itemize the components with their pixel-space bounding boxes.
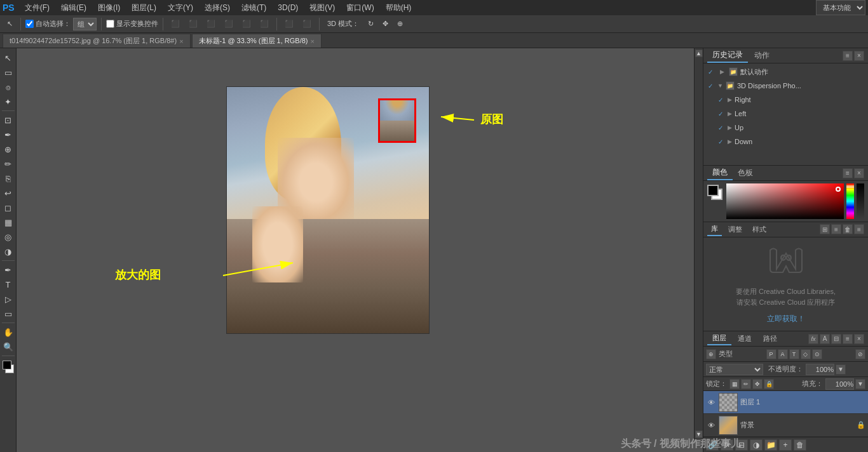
filter-pixel-btn[interactable]: P [766, 349, 776, 359]
magic-wand-tool[interactable]: ✦ [1, 95, 15, 109]
align-top-btn[interactable]: ⬛ [221, 17, 236, 31]
zoom-tool[interactable]: 🔍 [1, 340, 15, 354]
library-tab[interactable]: 库 [707, 223, 722, 236]
clone-tool[interactable]: ⎘ [1, 171, 15, 185]
foreground-color-preview[interactable] [707, 185, 719, 196]
adjustments-tab[interactable]: 调整 [724, 223, 746, 236]
filter-smart-btn[interactable]: ⊙ [812, 349, 822, 359]
color-gradient-picker[interactable] [726, 183, 844, 219]
blend-mode-select[interactable]: 正常 [706, 364, 763, 375]
layer-fx-btn[interactable]: fx [721, 439, 733, 451]
layer-link-btn[interactable]: 🔗 [706, 439, 719, 451]
lasso-tool[interactable]: ⌾ [1, 80, 15, 94]
lock-position-btn[interactable]: ✥ [752, 379, 763, 389]
layer-bg-eye[interactable]: 👁 [706, 420, 716, 430]
history-item-0[interactable]: ✓ ▶ 📁 默认动作 [703, 65, 868, 79]
align-right-btn[interactable]: ⬛ [203, 17, 219, 31]
panel-close-btn[interactable]: × [854, 51, 864, 61]
filter-toggle-btn[interactable]: ⊘ [855, 349, 865, 359]
path-tool[interactable]: ▷ [1, 292, 15, 306]
fx-btn[interactable]: fx [808, 334, 818, 344]
layer-item-bg[interactable]: 👁 背景 🔒 [703, 414, 868, 437]
layer-group-btn[interactable]: 📁 [764, 439, 777, 451]
dodge-tool[interactable]: ◑ [1, 244, 15, 258]
3d-zoom-btn[interactable]: ⊕ [394, 17, 406, 31]
mask-btn[interactable]: ⊟ [831, 334, 841, 344]
menu-layer[interactable]: 图层(L) [126, 1, 161, 15]
crop-tool[interactable]: ⊡ [1, 113, 15, 127]
history-item-5[interactable]: ✓ ▶ Down [703, 135, 868, 149]
layer-menu-btn[interactable]: ≡ [843, 334, 853, 344]
layer-adjust-btn[interactable]: ◑ [750, 439, 763, 451]
history-item-2[interactable]: ✓ ▶ Right [703, 93, 868, 107]
menu-text[interactable]: 文字(Y) [163, 1, 198, 15]
foreground-color-swatch[interactable] [3, 361, 11, 369]
paths-tab[interactable]: 路径 [758, 333, 782, 345]
channels-tab[interactable]: 通道 [733, 333, 757, 345]
history-item-3[interactable]: ✓ ▶ Left [703, 107, 868, 121]
menu-view[interactable]: 视图(V) [304, 1, 340, 15]
opacity-input[interactable] [806, 364, 834, 375]
lib-delete-btn[interactable]: 🗑 [843, 224, 853, 234]
brush-tool[interactable]: ✏ [1, 157, 15, 171]
fill-input[interactable] [825, 378, 854, 390]
layers-close-btn[interactable]: × [854, 334, 864, 344]
distribute-h-btn[interactable]: ⬛ [281, 17, 297, 31]
layer-delete-btn[interactable]: 🗑 [794, 439, 806, 451]
color-panel-menu-btn[interactable]: ≡ [843, 168, 853, 178]
menu-select[interactable]: 选择(S) [200, 1, 235, 15]
3d-pan-btn[interactable]: ✥ [379, 17, 391, 31]
marquee-tool[interactable]: ▭ [1, 65, 15, 79]
lock-all-btn[interactable]: 🔒 [764, 379, 774, 389]
filter-shape-btn[interactable]: ◇ [801, 349, 811, 359]
menu-window[interactable]: 窗口(W) [341, 1, 379, 15]
filter-type-btn[interactable]: T [789, 349, 799, 359]
styles-tab[interactable]: 样式 [749, 223, 770, 236]
show-transform-checkbox[interactable] [106, 20, 114, 28]
history-expand-4[interactable]: ▶ [728, 124, 732, 131]
auto-select-checkbox[interactable] [25, 20, 34, 28]
align-left-btn[interactable]: ⬛ [168, 17, 183, 31]
layer-item-1[interactable]: 👁 图层 1 [703, 391, 868, 414]
distribute-v-btn[interactable]: ⬛ [299, 17, 315, 31]
color-tab[interactable]: 颜色 [707, 166, 733, 180]
layers-tab[interactable]: 图层 [707, 332, 731, 345]
lib-menu-btn[interactable]: ≡ [854, 224, 864, 234]
layer-mask-btn[interactable]: ⊟ [735, 439, 748, 451]
list-view-btn[interactable]: ≡ [831, 224, 841, 234]
3d-mode-btn[interactable]: 3D 模式： [324, 17, 362, 31]
hand-tool[interactable]: ✋ [1, 325, 15, 339]
3d-rotate-btn[interactable]: ↻ [365, 17, 377, 31]
color-alpha-bar[interactable] [857, 183, 864, 219]
history-expand-5[interactable]: ▶ [728, 138, 732, 145]
workspace-select[interactable]: 基本功能 [816, 0, 865, 15]
blur-tool[interactable]: ◎ [1, 230, 15, 244]
scroll-down-btn[interactable]: ▼ [695, 430, 703, 438]
panel-menu-btn[interactable]: ≡ [843, 51, 853, 61]
align-center-btn[interactable]: ⬛ [186, 17, 201, 31]
tab-document-2[interactable]: 未标题-1 @ 33.3% (图层 1, RGB/8) × [192, 34, 322, 48]
scroll-up-btn[interactable]: ▲ [695, 50, 703, 57]
color-panel-close-btn[interactable]: × [854, 168, 864, 178]
align-middle-btn[interactable]: ⬛ [239, 17, 254, 31]
move-tool[interactable]: ↖ [1, 51, 15, 65]
eraser-tool[interactable]: ◻ [1, 201, 15, 215]
menu-file[interactable]: 文件(F) [20, 1, 55, 15]
history-tab[interactable]: 历史记录 [707, 48, 748, 63]
swatches-tab[interactable]: 色板 [733, 166, 758, 180]
menu-edit[interactable]: 编辑(E) [56, 1, 92, 15]
menu-image[interactable]: 图像(I) [93, 1, 125, 15]
adjust-btn[interactable]: A [820, 334, 830, 344]
history-item-1[interactable]: ✓ ▼ 📁 3D Dispersion Pho... [703, 79, 868, 93]
eyedropper-tool[interactable]: ✒ [1, 128, 15, 142]
tab-document-1[interactable]: t014f9024472de15752.jpg @ 16.7% (图层 1, R… [3, 34, 191, 48]
pen-tool[interactable]: ✒ [1, 263, 15, 277]
library-link[interactable]: 立即获取！ [767, 314, 805, 324]
align-bottom-btn[interactable]: ⬛ [257, 17, 272, 31]
layer-1-eye[interactable]: 👁 [706, 397, 716, 408]
filter-icon[interactable]: ⊕ [706, 349, 716, 359]
layer-new-btn[interactable]: + [779, 439, 792, 451]
lock-paint-btn[interactable]: ✏ [741, 379, 751, 389]
actions-tab[interactable]: 动作 [749, 49, 775, 62]
menu-help[interactable]: 帮助(H) [381, 1, 417, 15]
